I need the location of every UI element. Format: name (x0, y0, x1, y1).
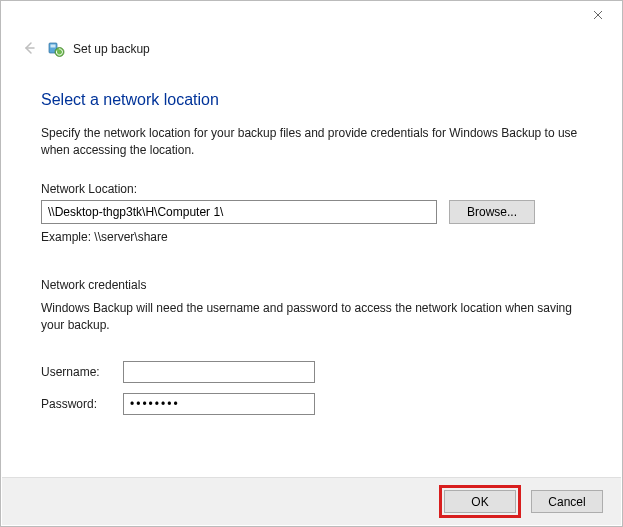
network-location-input[interactable] (41, 200, 437, 224)
ok-highlight: OK (439, 485, 521, 518)
password-input[interactable] (123, 393, 315, 415)
back-button[interactable] (19, 39, 39, 59)
close-icon (593, 9, 603, 23)
network-location-row: Browse... (41, 200, 582, 224)
dialog-footer: OK Cancel (2, 477, 621, 525)
dialog-window: Set up backup Select a network location … (0, 0, 623, 527)
network-location-label: Network Location: (41, 182, 582, 196)
page-heading: Select a network location (41, 91, 582, 109)
username-label: Username: (41, 365, 123, 379)
window-title: Set up backup (73, 42, 150, 56)
header-row: Set up backup (1, 31, 622, 63)
username-row: Username: (41, 361, 582, 383)
svg-rect-2 (51, 45, 56, 48)
title-bar (1, 1, 622, 31)
backup-icon (47, 40, 65, 58)
ok-button[interactable]: OK (444, 490, 516, 513)
password-row: Password: (41, 393, 582, 415)
page-description: Specify the network location for your ba… (41, 125, 582, 160)
credentials-heading: Network credentials (41, 278, 582, 292)
password-label: Password: (41, 397, 123, 411)
browse-button[interactable]: Browse... (449, 200, 535, 224)
credentials-grid: Username: Password: (41, 361, 582, 415)
example-text: Example: \\server\share (41, 230, 582, 244)
credentials-description: Windows Backup will need the username an… (41, 300, 582, 335)
close-button[interactable] (582, 5, 614, 27)
username-input[interactable] (123, 361, 315, 383)
back-arrow-icon (22, 41, 36, 58)
content-area: Select a network location Specify the ne… (1, 63, 622, 415)
cancel-button[interactable]: Cancel (531, 490, 603, 513)
